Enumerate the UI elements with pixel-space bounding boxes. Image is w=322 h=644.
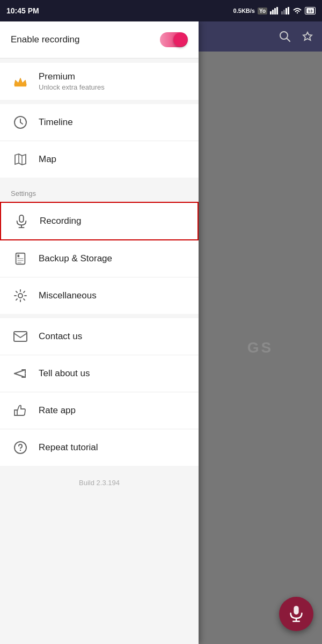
svg-rect-6 — [286, 8, 287, 14]
rate-label: Rate app — [39, 405, 76, 416]
time-display: 10:45 PM — [6, 6, 39, 15]
bg-content: GS — [199, 52, 322, 644]
svg-rect-22 — [294, 606, 298, 614]
drawer: Enable recording Premium Unlock extra fe… — [0, 21, 199, 644]
rate-item[interactable]: Rate app — [0, 392, 199, 429]
settings-section: Recording Backup & Storage — [0, 202, 199, 314]
svg-rect-18 — [14, 332, 27, 341]
speed-indicator: 0.5KB/s — [233, 8, 255, 14]
status-bar: 10:45 PM 0.5KB/s Yo 13 — [0, 0, 322, 21]
backup-item[interactable]: Backup & Storage — [0, 240, 199, 277]
svg-rect-5 — [283, 10, 285, 14]
search-icon[interactable] — [279, 31, 291, 42]
tell-item[interactable]: Tell about us — [0, 355, 199, 392]
carrier-badge: Yo — [258, 8, 267, 14]
svg-rect-15 — [17, 260, 23, 261]
misc-label: Miscellaneous — [39, 290, 97, 301]
svg-rect-7 — [288, 7, 289, 14]
wifi-icon — [292, 7, 302, 14]
timeline-label: Timeline — [39, 117, 73, 128]
recording-item[interactable]: Recording — [0, 202, 199, 240]
svg-rect-14 — [17, 258, 23, 259]
bottom-section: Contact us Tell about us — [0, 318, 199, 466]
map-label: Map — [39, 154, 56, 165]
svg-point-20 — [20, 450, 21, 451]
nav-section: Timeline Map — [0, 104, 199, 178]
share-icon — [11, 364, 30, 383]
microphone-icon — [12, 211, 31, 231]
question-icon — [11, 438, 30, 457]
svg-rect-4 — [281, 11, 283, 14]
settings-section-label: Settings — [0, 182, 199, 202]
toggle-knob — [173, 33, 187, 47]
crown-icon — [11, 72, 30, 91]
svg-rect-3 — [276, 7, 278, 14]
backup-label: Backup & Storage — [39, 253, 112, 264]
envelope-icon — [11, 327, 30, 346]
gear-icon — [11, 286, 30, 305]
tell-label: Tell about us — [39, 368, 90, 379]
battery-level: 13 — [306, 8, 314, 13]
svg-rect-2 — [274, 8, 276, 14]
signal2-icon — [281, 7, 290, 14]
premium-section: Premium Unlock extra features — [0, 63, 199, 100]
mic-fab[interactable] — [279, 597, 313, 631]
map-icon — [11, 150, 30, 169]
svg-rect-10 — [19, 215, 23, 222]
misc-item[interactable]: Miscellaneous — [0, 277, 199, 314]
premium-sub: Unlock extra features — [39, 83, 105, 91]
clock-icon — [11, 113, 30, 132]
bg-text: GS — [247, 339, 273, 356]
thumbsup-icon — [11, 401, 30, 420]
signal-icon — [270, 7, 279, 14]
svg-rect-1 — [272, 10, 274, 14]
svg-rect-16 — [17, 262, 21, 263]
tutorial-item[interactable]: Repeat tutorial — [0, 429, 199, 466]
svg-rect-8 — [14, 85, 26, 86]
svg-point-17 — [18, 294, 23, 298]
contact-label: Contact us — [39, 331, 82, 342]
timeline-item[interactable]: Timeline — [0, 104, 199, 141]
svg-rect-0 — [270, 11, 272, 14]
premium-item[interactable]: Premium Unlock extra features — [0, 63, 199, 100]
enable-recording-label: Enable recording — [11, 34, 80, 45]
svg-rect-13 — [17, 255, 19, 258]
enable-recording-toggle[interactable] — [160, 32, 188, 47]
recording-label: Recording — [40, 216, 82, 226]
main-container: Enable recording Premium Unlock extra fe… — [0, 21, 322, 644]
map-item[interactable]: Map — [0, 141, 199, 178]
toggle-section: Enable recording — [0, 21, 199, 58]
premium-label: Premium — [39, 71, 105, 82]
bg-toolbar — [199, 21, 322, 52]
status-icons: 0.5KB/s Yo 13 — [233, 7, 316, 14]
background-area: GS — [199, 21, 322, 644]
tutorial-label: Repeat tutorial — [39, 442, 98, 453]
storage-icon — [11, 249, 30, 268]
build-info: Build 2.3.194 — [0, 470, 199, 495]
favorite-icon[interactable] — [302, 31, 313, 42]
contact-item[interactable]: Contact us — [0, 318, 199, 355]
battery-icon: 13 — [305, 7, 316, 14]
